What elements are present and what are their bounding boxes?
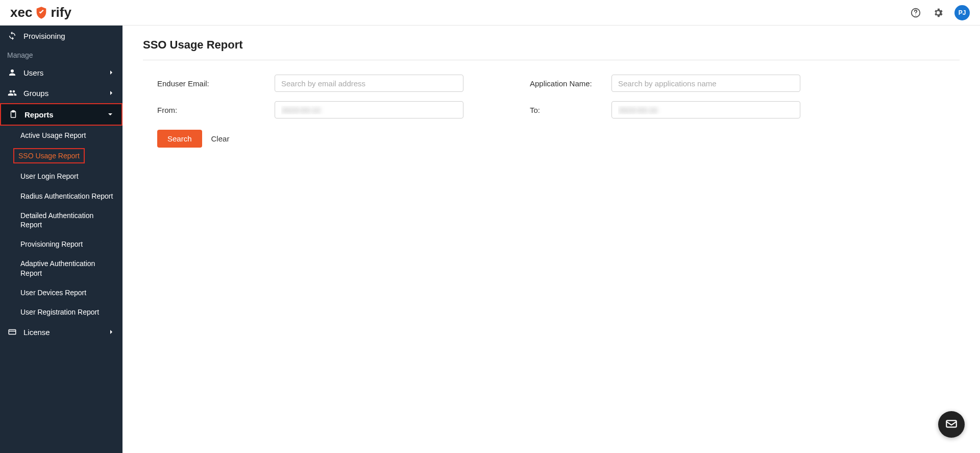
- to-date-input[interactable]: [611, 101, 800, 118]
- divider: [143, 60, 960, 60]
- sidebar-item-label: Provisioning: [23, 32, 115, 40]
- svg-rect-6: [946, 420, 957, 427]
- chevron-right-icon: [107, 328, 115, 336]
- svg-point-1: [915, 14, 916, 15]
- sub-item-user-devices[interactable]: User Devices Report: [0, 283, 122, 302]
- clear-button[interactable]: Clear: [211, 134, 230, 143]
- user-icon: [7, 67, 17, 78]
- sidebar-item-label: Groups: [23, 89, 101, 98]
- label-from: From:: [157, 106, 259, 114]
- avatar[interactable]: PJ: [954, 5, 970, 20]
- sidebar-item-label: Reports: [24, 110, 100, 119]
- main-content: SSO Usage Report Enduser Email: Applicat…: [122, 26, 980, 453]
- reports-sub-list: Active Usage Report SSO Usage Report Use…: [0, 126, 122, 322]
- brand-text-left: xec: [10, 5, 32, 20]
- brand-logo[interactable]: xec rify: [10, 5, 71, 20]
- sub-item-user-login[interactable]: User Login Report: [0, 166, 122, 186]
- chevron-right-icon: [107, 89, 115, 97]
- label-app: Application Name:: [479, 79, 596, 88]
- sub-item-user-registration[interactable]: User Registration Report: [0, 302, 122, 322]
- filter-form: Enduser Email: Application Name: From: T…: [157, 75, 960, 118]
- sidebar-item-label: License: [23, 328, 101, 337]
- label-email: Enduser Email:: [157, 79, 259, 88]
- app-header: xec rify PJ: [0, 0, 980, 26]
- chevron-down-icon: [106, 110, 114, 118]
- sidebar-item-reports[interactable]: Reports: [0, 103, 122, 126]
- sync-icon: [7, 31, 17, 41]
- sidebar-item-provisioning[interactable]: Provisioning: [0, 26, 122, 46]
- svg-rect-3: [12, 111, 15, 112]
- sidebar-section-manage: Manage: [0, 46, 122, 62]
- sub-item-active-usage[interactable]: Active Usage Report: [0, 126, 122, 145]
- shield-icon: [34, 6, 48, 20]
- application-input[interactable]: [611, 75, 800, 92]
- sub-item-sso-usage[interactable]: SSO Usage Report: [13, 148, 85, 163]
- sidebar-item-users[interactable]: Users: [0, 62, 122, 83]
- sidebar-item-label: Users: [23, 68, 101, 77]
- svg-rect-4: [9, 330, 16, 335]
- chevron-right-icon: [107, 68, 115, 77]
- page-title: SSO Usage Report: [143, 38, 960, 52]
- sub-item-radius-auth[interactable]: Radius Authentication Report: [0, 186, 122, 206]
- sub-item-adaptive-auth[interactable]: Adaptive Authentication Report: [0, 254, 122, 282]
- sidebar-item-groups[interactable]: Groups: [0, 83, 122, 103]
- search-button[interactable]: Search: [157, 130, 202, 148]
- sub-item-detailed-auth[interactable]: Detailed Authentication Report: [0, 206, 122, 234]
- sidebar: Provisioning Manage Users Groups: [0, 26, 122, 453]
- groups-icon: [7, 88, 17, 98]
- email-input[interactable]: [275, 75, 463, 92]
- gear-icon[interactable]: [932, 7, 944, 19]
- label-to: To:: [479, 106, 596, 114]
- sub-item-provisioning-report[interactable]: Provisioning Report: [0, 234, 122, 254]
- avatar-initials: PJ: [959, 9, 966, 16]
- chat-fab[interactable]: [938, 411, 965, 438]
- clipboard-icon: [8, 109, 18, 120]
- from-date-input[interactable]: [275, 101, 463, 118]
- card-icon: [7, 327, 17, 337]
- sidebar-item-license[interactable]: License: [0, 322, 122, 342]
- form-actions: Search Clear: [157, 130, 960, 148]
- brand-text-right: rify: [51, 5, 71, 20]
- help-icon[interactable]: [910, 7, 922, 19]
- header-actions: PJ: [910, 5, 970, 20]
